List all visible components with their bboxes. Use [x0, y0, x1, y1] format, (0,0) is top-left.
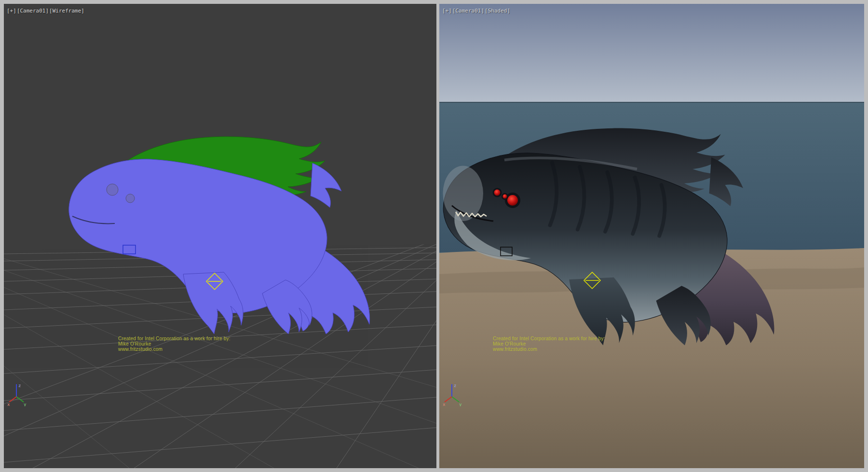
viewport-wireframe[interactable]: [+] [Camera01] [Wireframe]: [4, 4, 436, 468]
sky: [439, 4, 864, 102]
fish-rear-spikes: [311, 163, 341, 208]
viewport-menu-general[interactable]: [+]: [7, 8, 16, 14]
fish-model[interactable]: [69, 137, 370, 334]
credit-line-1: Created for Intel Corporation as a work …: [118, 336, 231, 341]
viewport-label: [+] [Camera01] [Wireframe]: [7, 8, 84, 14]
credit-line-3: www.fritzstudio.com: [493, 347, 605, 352]
shaded-scene[interactable]: [439, 4, 864, 468]
viewport-menu-general[interactable]: [+]: [442, 8, 452, 14]
axis-tripod: z x y: [442, 381, 463, 406]
axis-tripod: z x y: [7, 381, 28, 406]
viewport-menu-camera[interactable]: [Camera01]: [452, 8, 484, 14]
axis-x-label: x: [443, 402, 446, 406]
axis-x-label: x: [7, 402, 10, 406]
fish-eye-third: [503, 194, 507, 199]
fish-eye-outline-small: [126, 194, 135, 203]
fish-eye-outline: [107, 184, 118, 195]
fish-eye-second: [494, 190, 501, 196]
axis-y-label: y: [24, 402, 27, 406]
wireframe-scene[interactable]: [4, 4, 436, 468]
scene-credit-text: Created for Intel Corporation as a work …: [493, 336, 605, 352]
scene-credit-text: Created for Intel Corporation as a work …: [118, 336, 231, 352]
viewport-menu-camera[interactable]: [Camera01]: [17, 8, 49, 14]
axis-z-label: z: [454, 383, 456, 388]
credit-line-3: www.fritzstudio.com: [118, 347, 231, 352]
fish-eye-main: [507, 195, 518, 206]
viewport-menu-shading[interactable]: [Wireframe]: [49, 8, 84, 14]
viewport-shaded[interactable]: [+] [Camera01] [Shaded]: [439, 4, 864, 468]
credit-line-2: Mike O'Rourke: [493, 341, 605, 347]
axis-z-label: z: [18, 383, 21, 388]
horizon-line: [439, 102, 864, 103]
credit-line-2: Mike O'Rourke: [118, 341, 231, 347]
viewport-menu-shading[interactable]: [Shaded]: [485, 8, 510, 14]
axis-y-label: y: [459, 402, 462, 406]
application-frame: [+] [Camera01] [Wireframe]: [0, 0, 868, 472]
viewport-label: [+] [Camera01] [Shaded]: [442, 8, 510, 14]
credit-line-1: Created for Intel Corporation as a work …: [493, 336, 605, 341]
